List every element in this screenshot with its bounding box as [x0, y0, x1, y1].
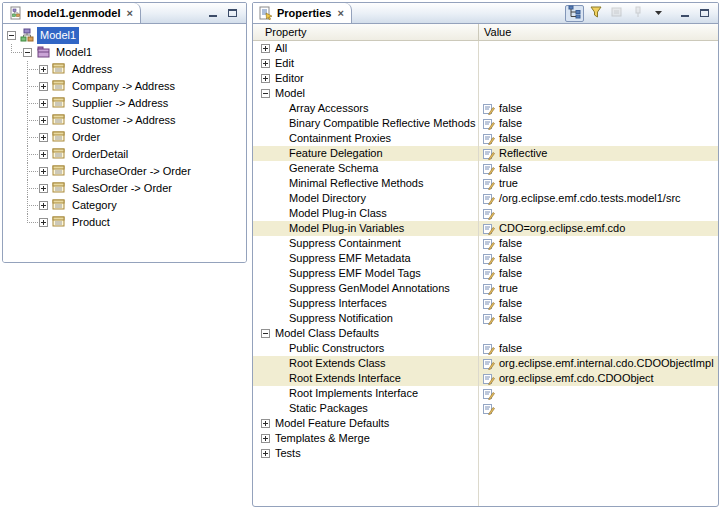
tree-item-supplier-address[interactable]: Supplier -> Address — [3, 95, 246, 112]
property-category-editor[interactable]: Editor — [253, 71, 718, 86]
pin-properties-button[interactable] — [628, 5, 647, 22]
property-row-suppress-notification[interactable]: Suppress Notificationfalse — [253, 311, 718, 326]
close-icon[interactable] — [337, 8, 343, 19]
restore-default-value-button[interactable] — [607, 5, 626, 22]
property-value-cell[interactable] — [478, 56, 718, 71]
expand-icon[interactable] — [261, 74, 270, 83]
property-category-model[interactable]: Model — [253, 86, 718, 101]
property-row-root-extends-interface[interactable]: Root Extends Interfaceorg.eclipse.emf.cd… — [253, 371, 718, 386]
property-row-suppress-emf-model-tags[interactable]: Suppress EMF Model Tagsfalse — [253, 266, 718, 281]
property-value-cell[interactable]: org.eclipse.emf.internal.cdo.CDOObjectIm… — [478, 356, 718, 371]
property-row-suppress-genmodel-annotations[interactable]: Suppress GenModel Annotationstrue — [253, 281, 718, 296]
property-value-cell[interactable]: Reflective — [478, 146, 718, 161]
property-category-templates-merge[interactable]: Templates & Merge — [253, 431, 718, 446]
tree-item-purchaseorder-order[interactable]: PurchaseOrder -> Order — [3, 163, 246, 180]
property-row-model-directory[interactable]: Model Directory/org.eclipse.emf.cdo.test… — [253, 191, 718, 206]
property-value-cell[interactable]: true — [478, 281, 718, 296]
property-value-cell[interactable] — [478, 386, 718, 401]
property-value-cell[interactable] — [478, 446, 718, 461]
property-value-cell[interactable] — [478, 71, 718, 86]
maximize-button[interactable] — [698, 7, 711, 20]
tab-properties[interactable]: Properties — [253, 3, 352, 23]
maximize-button[interactable] — [226, 7, 239, 20]
property-value-cell[interactable]: /org.eclipse.emf.cdo.tests.model1/src — [478, 191, 718, 206]
tree-item-address[interactable]: Address — [3, 61, 246, 78]
property-value-cell[interactable] — [478, 431, 718, 446]
property-category-edit[interactable]: Edit — [253, 56, 718, 71]
property-row-binary-compatible-reflective-methods[interactable]: Binary Compatible Reflective Methodsfals… — [253, 116, 718, 131]
close-icon[interactable] — [127, 8, 133, 19]
tree-item-category[interactable]: Category — [3, 197, 246, 214]
expand-icon[interactable] — [39, 167, 48, 176]
property-row-array-accessors[interactable]: Array Accessorsfalse — [253, 101, 718, 116]
expand-icon[interactable] — [261, 44, 270, 53]
expand-icon[interactable] — [261, 449, 270, 458]
expand-icon[interactable] — [39, 116, 48, 125]
property-row-feature-delegation[interactable]: Feature DelegationReflective — [253, 146, 718, 161]
tree-item-orderdetail[interactable]: OrderDetail — [3, 146, 246, 163]
property-row-model-plug-in-variables[interactable]: Model Plug-in VariablesCDO=org.eclipse.e… — [253, 221, 718, 236]
tree-item-model1[interactable]: Model1 — [3, 27, 246, 44]
property-value-cell[interactable]: false — [478, 131, 718, 146]
property-category-model-feature-defaults[interactable]: Model Feature Defaults — [253, 416, 718, 431]
property-row-root-extends-class[interactable]: Root Extends Classorg.eclipse.emf.intern… — [253, 356, 718, 371]
expand-icon[interactable] — [261, 59, 270, 68]
show-categories-button[interactable] — [565, 5, 584, 22]
property-row-minimal-reflective-methods[interactable]: Minimal Reflective Methodstrue — [253, 176, 718, 191]
tree-item-customer-address[interactable]: Customer -> Address — [3, 112, 246, 129]
collapse-icon[interactable] — [7, 31, 16, 40]
expand-icon[interactable] — [39, 133, 48, 142]
property-category-all[interactable]: All — [253, 41, 718, 56]
minimize-button[interactable] — [678, 7, 691, 20]
collapse-icon[interactable] — [23, 48, 32, 57]
property-row-root-implements-interface[interactable]: Root Implements Interface — [253, 386, 718, 401]
property-row-suppress-containment[interactable]: Suppress Containmentfalse — [253, 236, 718, 251]
tree-item-model1[interactable]: Model1 — [3, 44, 246, 61]
property-value-cell[interactable]: false — [478, 116, 718, 131]
property-value-cell[interactable]: false — [478, 311, 718, 326]
property-row-generate-schema[interactable]: Generate Schemafalse — [253, 161, 718, 176]
tree-item-salesorder-order[interactable]: SalesOrder -> Order — [3, 180, 246, 197]
tab-model1-genmodel[interactable]: model1.genmodel — [3, 3, 141, 23]
property-row-containment-proxies[interactable]: Containment Proxiesfalse — [253, 131, 718, 146]
property-value-cell[interactable] — [478, 206, 718, 221]
minimize-button[interactable] — [206, 7, 219, 20]
expand-icon[interactable] — [39, 82, 48, 91]
tree-item-order[interactable]: Order — [3, 129, 246, 146]
property-value-cell[interactable] — [478, 401, 718, 416]
property-value-cell[interactable]: CDO=org.eclipse.emf.cdo — [478, 221, 718, 236]
property-value-cell[interactable]: org.eclipse.emf.cdo.CDOObject — [478, 371, 718, 386]
property-category-tests[interactable]: Tests — [253, 446, 718, 461]
expand-icon[interactable] — [261, 419, 270, 428]
property-value-cell[interactable] — [478, 416, 718, 431]
expand-icon[interactable] — [39, 218, 48, 227]
expand-icon[interactable] — [261, 434, 270, 443]
property-value-cell[interactable]: false — [478, 296, 718, 311]
property-row-model-plug-in-class[interactable]: Model Plug-in Class — [253, 206, 718, 221]
column-header-value[interactable]: Value — [478, 24, 718, 40]
expand-icon[interactable] — [39, 150, 48, 159]
property-category-model-class-defaults[interactable]: Model Class Defaults — [253, 326, 718, 341]
property-row-suppress-interfaces[interactable]: Suppress Interfacesfalse — [253, 296, 718, 311]
property-value-cell[interactable]: false — [478, 101, 718, 116]
property-value-cell[interactable]: true — [478, 176, 718, 191]
property-row-static-packages[interactable]: Static Packages — [253, 401, 718, 416]
property-value-cell[interactable]: false — [478, 341, 718, 356]
property-value-cell[interactable]: false — [478, 251, 718, 266]
property-value-cell[interactable] — [478, 326, 718, 341]
column-header-property[interactable]: Property — [253, 26, 478, 38]
collapse-icon[interactable] — [261, 89, 270, 98]
property-value-cell[interactable] — [478, 86, 718, 101]
property-value-cell[interactable]: false — [478, 236, 718, 251]
expand-icon[interactable] — [39, 99, 48, 108]
property-row-public-constructors[interactable]: Public Constructorsfalse — [253, 341, 718, 356]
expand-icon[interactable] — [39, 184, 48, 193]
tree-item-company-address[interactable]: Company -> Address — [3, 78, 246, 95]
property-value-cell[interactable]: false — [478, 266, 718, 281]
expand-icon[interactable] — [39, 201, 48, 210]
expand-icon[interactable] — [39, 65, 48, 74]
show-advanced-properties-button[interactable] — [586, 5, 605, 22]
property-row-suppress-emf-metadata[interactable]: Suppress EMF Metadatafalse — [253, 251, 718, 266]
collapse-icon[interactable] — [261, 329, 270, 338]
property-value-cell[interactable] — [478, 41, 718, 56]
